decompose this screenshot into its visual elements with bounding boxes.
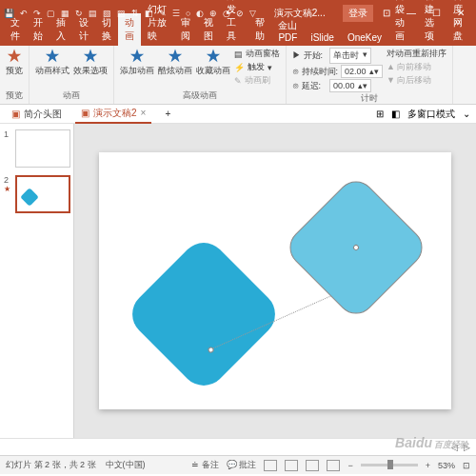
effect-options-button[interactable]: 效果选项 [73,48,108,76]
rounded-diamond-shape-1[interactable] [123,233,285,395]
reading-view-icon[interactable] [306,460,319,471]
fit-window-icon[interactable]: ⊡ [463,461,470,470]
qat-dropdown-icon[interactable]: ▽ [249,9,256,18]
delay-label: ⊙ 延迟: [292,80,327,92]
ribbon-tabs: 文件 开始 插入 设计 切换 动画 幻灯片放映 审阅 视图 开发工具 帮助 金山… [0,27,476,46]
view-icon[interactable]: ◧ [391,109,400,119]
tab-file[interactable]: 文件 [4,13,27,46]
zoom-in-icon[interactable]: + [426,461,430,470]
qat-icon[interactable]: ▦ [61,9,69,18]
qat-icon[interactable]: ◔ [223,9,230,18]
tab-transitions[interactable]: 切换 [95,13,118,46]
center-handle[interactable] [352,244,360,251]
start-combo[interactable]: 单击时▾ [329,48,371,64]
qat-undo-icon[interactable]: ↶ [20,9,28,18]
status-bar: 幻灯片 第 2 张，共 2 张 中文(中国) ≐ 备注 💬 批注 − + 53%… [0,455,476,474]
tab-baidu[interactable]: 百度网盘 [446,0,476,46]
tab-insert[interactable]: 插入 [50,13,72,46]
collect-animation-button[interactable]: 收藏动画 [196,48,230,76]
comments-button[interactable]: 💬 批注 [227,459,257,471]
qat-icon[interactable]: ⇅ [131,9,139,18]
duration-label: ⊙ 持续时间: [292,66,338,78]
tab-animations[interactable]: 动画 [118,13,141,46]
new-doc-button[interactable]: + [159,107,176,121]
group-advanced-label: 高级动画 [120,89,280,102]
save-icon[interactable]: 💾 [4,9,14,18]
qat-icon[interactable]: ◧ [145,9,153,18]
qat-icon[interactable]: ▧ [103,9,111,18]
tab-view[interactable]: 视图 [197,13,220,46]
multi-window-label[interactable]: 多窗口模式 [407,108,455,121]
spinner-icon: ▴▾ [358,81,367,90]
zoom-out-icon[interactable]: − [347,461,352,470]
star-icon [44,48,61,65]
thumbnail-1[interactable]: 1 [4,129,69,168]
spinner-icon: ▴▾ [369,67,379,76]
qat-icon[interactable]: ▤ [89,9,97,18]
zoom-slider[interactable] [361,464,418,466]
chevron-down-icon: ▾ [268,63,272,72]
slideshow-view-icon[interactable] [327,460,340,471]
qat-icon[interactable]: ⊘ [236,9,244,18]
qat-icon[interactable]: ⊕ [209,9,217,18]
add-animation-button[interactable]: 添加动画 [120,48,154,76]
close-tab-icon[interactable]: × [141,108,147,118]
qat-icon[interactable]: ↻ [75,9,83,18]
normal-view-icon[interactable] [264,460,277,471]
qat-icon[interactable]: ◐ [196,9,204,18]
tab-slideshow[interactable]: 幻灯片放映 [141,0,174,46]
trigger-icon: ⚡ [234,63,245,72]
group-timing-label: 计时 [292,92,446,105]
tab-home[interactable]: 开始 [27,13,50,46]
thumbnail-2[interactable]: 2 ★ [4,175,69,213]
qat-redo-icon[interactable]: ↷ [33,9,41,18]
tab-pdf[interactable]: 金山PDF [271,16,304,46]
slide-counter: 幻灯片 第 2 张，共 2 张 [6,459,96,471]
collapse-icon[interactable]: ⌄ [463,109,470,119]
delay-spinner[interactable]: 00.00▴▾ [329,79,371,92]
view-icon[interactable]: ⊞ [376,109,384,119]
anim-brush-button[interactable]: ✎动画刷 [234,74,280,87]
qat-icon[interactable]: ▢ [47,9,55,18]
sorter-view-icon[interactable] [285,460,298,471]
tab-islide[interactable]: iSlide [304,30,340,46]
notes-button[interactable]: ≐ 备注 [191,459,219,471]
duration-spinner[interactable]: 02.00▴▾ [341,65,383,78]
ribbon: 预览 预览 动画样式 效果选项 动画 添加动画 酷炫动画 [0,46,476,105]
thumb-preview [15,175,70,213]
doc-tab-intro[interactable]: ▣简介头图 [6,106,68,123]
zoom-level[interactable]: 53% [438,461,455,470]
qat-icon[interactable]: ✎ [159,9,167,18]
brush-icon: ✎ [234,76,242,86]
document-tabs: ▣简介头图 ▣演示文稿2× + ⊞ ◧ 多窗口模式 ⌄ [0,105,476,124]
tab-onekey[interactable]: OneKey [341,30,388,46]
tab-review[interactable]: 审阅 [174,13,197,46]
slide-canvas[interactable] [99,152,451,409]
slide-thumbnails: 1 2 ★ [0,124,74,438]
language-label[interactable]: 中文(中国) [106,459,146,471]
anim-style-button[interactable]: 动画样式 [35,48,69,76]
qat-icon[interactable]: ▨ [117,9,126,18]
move-earlier-button[interactable]: ▲ 向前移动 [387,61,446,73]
doc-tab-presentation2[interactable]: ▣演示文稿2× [75,105,151,124]
preview-button[interactable]: 预览 [6,48,23,76]
star-icon [205,48,222,65]
tab-pocket[interactable]: 口袋动画 [388,0,418,46]
main-area: 1 2 ★ 1 [0,124,476,438]
chevron-down-icon: ▾ [363,50,367,62]
tab-design[interactable]: 设计 [72,13,95,46]
cool-animation-button[interactable]: 酷炫动画 [158,48,192,76]
anim-pane-button[interactable]: ▤动画窗格 [234,48,280,60]
login-button[interactable]: 登录 [343,5,373,22]
move-later-button[interactable]: ▼ 向后移动 [387,74,446,87]
tab-developer[interactable]: 开发工具 [220,0,249,46]
qat-icon[interactable]: ☰ [172,9,180,18]
tab-newtab[interactable]: 新建选项 [418,0,447,46]
star-icon [129,48,146,65]
anim-indicator-icon: ★ [4,185,13,193]
qat-icon[interactable]: ○ [186,9,190,18]
trigger-button[interactable]: ⚡触发▾ [234,61,280,73]
rounded-diamond-shape-2[interactable] [282,173,430,322]
tab-help[interactable]: 帮助 [248,13,271,46]
ppt-icon: ▣ [81,108,89,118]
